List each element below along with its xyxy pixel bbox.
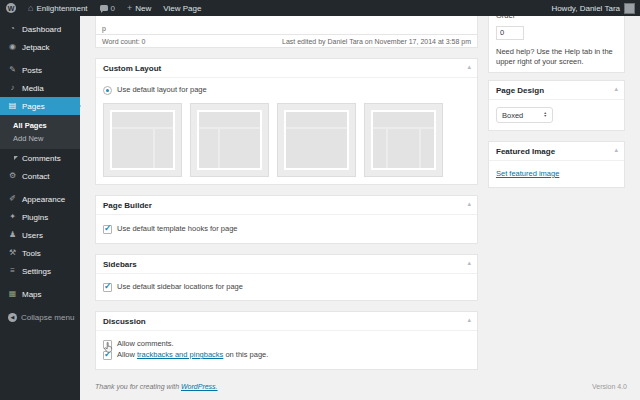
toggle-panel-icon[interactable]: ▴ [467,63,471,71]
jetpack-icon: ◉ [7,43,18,51]
appearance-icon: ✐ [7,195,18,203]
order-input[interactable] [496,26,524,40]
layout-thumbnails [103,103,470,177]
sidebar-item-label: Plugins [22,213,48,222]
metabox-title: Discussion [103,317,146,326]
trackbacks-pingbacks-link[interactable]: trackbacks and pingbacks [137,350,223,359]
toggle-panel-icon[interactable]: ▴ [467,259,471,267]
sidebar-item-label: Settings [22,267,51,276]
comment-bubble-icon [100,5,108,11]
sidebar-item-label: Users [22,231,43,240]
submenu-item-add-new[interactable]: Add New [0,132,80,145]
tools-icon: ⚒ [7,249,18,257]
submenu-item-all-pages[interactable]: All Pages [0,119,80,132]
howdy-account-menu[interactable]: Howdy, Daniel Tara [551,4,620,13]
sidebar-item-label: Jetpack [22,43,50,52]
need-help-text: Need help? Use the Help tab in the upper… [496,47,617,69]
dashboard-icon: ◔ [7,25,18,33]
new-content-menu[interactable]: + New [121,0,157,16]
toggle-panel-icon[interactable]: ▴ [614,146,618,154]
comment-count: 0 [111,4,115,13]
sidebar-item-jetpack[interactable]: ◉ Jetpack [0,38,80,56]
sidebar-item-label: Tools [22,249,41,258]
toggle-panel-icon[interactable]: ▴ [467,316,471,324]
default-layout-radio[interactable] [103,86,112,95]
selected-option: Boxed [502,111,523,120]
contact-icon: ⚙ [7,172,18,180]
admin-footer: Thank you for creating with WordPress. V… [95,383,627,390]
plus-icon: + [127,4,132,13]
submenu-label: All Pages [13,121,47,130]
sidebar-item-label: Posts [22,66,42,75]
sidebar-item-dashboard[interactable]: ◔ Dashboard [0,20,80,38]
word-count: Word count: 0 [102,38,145,45]
featured-image-header[interactable]: Featured Image ▴ [489,142,624,161]
users-icon: ♟ [7,231,18,239]
page-builder-header[interactable]: Page Builder ▴ [96,196,477,215]
page-design-header[interactable]: Page Design ▴ [489,81,624,100]
footer-thanks: Thank you for creating with WordPress. [95,383,218,390]
admin-bar: W ⌂ Enlightenment 0 + New View Page Howd… [0,0,640,16]
sidebar-item-maps[interactable]: ▦ Maps [0,285,80,303]
layout-option-sidebar-right[interactable] [103,103,182,177]
sidebar-item-users[interactable]: ♟ Users [0,226,80,244]
set-featured-image-link[interactable]: Set featured image [496,169,559,178]
toggle-panel-icon[interactable]: ▴ [614,85,618,93]
allow-comments-label: Allow comments. [117,339,174,349]
site-name-link[interactable]: ⌂ Enlightenment [22,0,94,16]
default-layout-label: Use default layout for page [117,85,207,95]
sidebar-item-settings[interactable]: ≡ Settings [0,262,80,280]
submenu-label: Add New [13,134,43,143]
order-label-clipped: Order [496,16,617,21]
featured-image-metabox: Featured Image ▴ Set featured image [488,141,625,188]
custom-layout-metabox: Custom Layout ▴ Use default layout for p… [95,58,478,185]
sidebar-item-label: Comments [22,154,61,163]
sidebars-header[interactable]: Sidebars ▴ [96,255,477,274]
select-arrows-icon: ▲▼ [544,112,547,118]
discussion-header[interactable]: Discussion ▴ [96,312,477,331]
layout-option-full-width[interactable] [277,103,356,177]
custom-layout-header[interactable]: Custom Layout ▴ [96,59,477,78]
template-hooks-checkbox[interactable]: ✓ [103,225,112,234]
sidebar-item-label: Maps [22,290,42,299]
layout-option-two-sidebars[interactable] [364,103,443,177]
toggle-panel-icon[interactable]: ▴ [467,200,471,208]
metabox-title: Page Builder [103,201,152,210]
sidebar-item-media[interactable]: ♪ Media [0,79,80,97]
sidebar-item-posts[interactable]: ✎ Posts [0,61,80,79]
metabox-title: Featured Image [496,147,555,156]
allow-trackbacks-label: Allow trackbacks and pingbacks on this p… [117,350,268,360]
sidebar-locations-label: Use default sidebar locations for page [117,282,243,292]
sidebar-item-label: Contact [22,172,50,181]
sidebar-item-appearance[interactable]: ✐ Appearance [0,190,80,208]
version-text: Version 4.0 [592,383,627,390]
sidebar-item-pages[interactable]: ▤ Pages [0,97,80,115]
sidebar-item-contact[interactable]: ⚙ Contact [0,167,80,185]
wordpress-link[interactable]: WordPress. [181,383,218,390]
sidebars-metabox: Sidebars ▴ ✓ Use default sidebar locatio… [95,254,478,301]
user-avatar[interactable] [624,3,635,14]
main-column: p Word count: 0 Last edited by Daniel Ta… [95,16,478,370]
wordpress-menu[interactable]: W [0,0,22,16]
metabox-title: Sidebars [103,260,137,269]
page-attributes-metabox: Order Need help? Use the Help tab in the… [488,16,625,73]
media-icon: ♪ [7,84,18,92]
site-name: Enlightenment [36,4,87,13]
comments-admin-bar[interactable]: 0 [94,0,121,16]
layout-option-sidebar-left[interactable] [190,103,269,177]
page-design-select[interactable]: Boxed ▲▼ [496,107,553,123]
sidebar-item-comments[interactable]: Comments [0,149,80,167]
sidebar-item-plugins[interactable]: ✦ Plugins [0,208,80,226]
maps-icon: ▦ [7,290,18,298]
settings-icon: ≡ [7,267,18,275]
sidebar-item-tools[interactable]: ⚒ Tools [0,244,80,262]
sidebar-item-label: Pages [22,102,45,111]
view-page-link[interactable]: View Page [157,0,207,16]
plugins-icon: ✦ [7,213,18,221]
collapse-menu-button[interactable]: ◀ Collapse menu [0,308,80,326]
new-label: New [135,4,151,13]
last-edited: Last edited by Daniel Tara on November 1… [282,38,471,45]
collapse-arrow-icon: ◀ [8,313,17,322]
sidebar-locations-checkbox[interactable]: ✓ [103,283,112,292]
editor-path-tag[interactable]: p [102,25,106,32]
